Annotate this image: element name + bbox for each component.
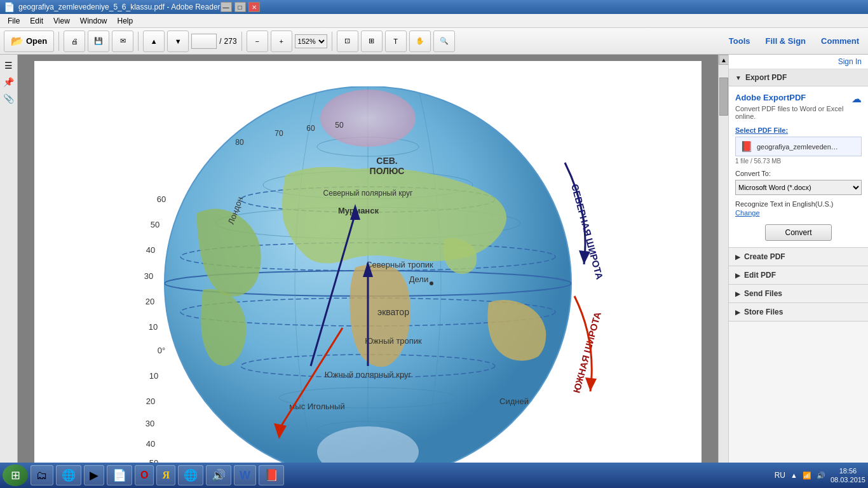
svg-text:10: 10 [149, 371, 158, 381]
menu-edit[interactable]: Edit [25, 15, 48, 27]
store-files-section[interactable]: ▶ Store Files [729, 303, 868, 322]
tools-button[interactable]: Tools [724, 34, 756, 48]
svg-marker-53 [585, 377, 597, 391]
save-button[interactable]: 💾 [88, 30, 109, 52]
start-button[interactable]: ⊞ [3, 464, 28, 486]
taskbar-doc1-icon: 📄 [112, 468, 126, 482]
scroll-thumb[interactable] [719, 78, 728, 116]
toolbar-separator-3 [241, 32, 242, 51]
close-button[interactable]: ✕ [248, 2, 260, 12]
attachment-icon[interactable]: 📎 [2, 92, 16, 105]
toolbar-separator-4 [332, 32, 332, 51]
arrow-up-icon: ▲ [790, 471, 797, 479]
bookmark-icon[interactable]: 📌 [2, 75, 16, 89]
svg-text:10: 10 [149, 322, 158, 332]
taskbar-ie[interactable]: 🌐 [56, 465, 81, 485]
zoom-in-button[interactable]: + [271, 30, 292, 52]
menu-view[interactable]: View [48, 15, 75, 27]
left-tools-panel: ☰ 📌 📎 [0, 55, 18, 477]
svg-text:Южный полярный круг: Южный полярный круг [325, 370, 412, 379]
fit-page-button[interactable]: ⊞ [361, 30, 383, 52]
svg-text:Сидней: Сидней [499, 396, 529, 406]
taskbar-opera-icon: O [140, 470, 148, 481]
fill-sign-button[interactable]: Fill & Sign [760, 34, 811, 48]
send-files-label: Send Files [744, 289, 782, 298]
menu-help[interactable]: Help [112, 15, 139, 27]
zoom-out-button[interactable]: − [247, 30, 268, 52]
scroll-track[interactable] [719, 65, 728, 466]
maximize-button[interactable]: □ [234, 2, 246, 12]
menu-file[interactable]: File [3, 15, 25, 27]
fit-width-button[interactable]: ⊡ [337, 30, 358, 52]
svg-text:экватор: экватор [377, 307, 409, 317]
taskbar-word[interactable]: W [234, 465, 256, 485]
comment-button[interactable]: Comment [816, 34, 864, 48]
taskbar-opera[interactable]: O [135, 465, 154, 485]
svg-text:30: 30 [146, 419, 154, 428]
taskbar: ⊞ 🗂 🌐 ▶ 📄 O Я 🌐 🔊 W 📕 RU ▲ 📶 🔊 18:56 08.… [0, 463, 868, 488]
create-pdf-section[interactable]: ▶ Create PDF [729, 248, 868, 266]
export-pdf-body: Adobe ExportPDF ☁ Convert PDF files to W… [729, 86, 868, 247]
recognize-text-label: Recognize Text in English(U.S.) [735, 200, 862, 208]
edit-pdf-section[interactable]: ▶ Edit PDF [729, 266, 868, 285]
taskbar-volume[interactable]: 🔊 [206, 465, 231, 485]
svg-text:60: 60 [157, 194, 166, 204]
open-button[interactable]: 📂 Open [4, 30, 54, 52]
titlebar-controls: — □ ✕ [220, 2, 260, 12]
sound-icon: 🔊 [817, 471, 825, 480]
text-select-button[interactable]: T [385, 30, 407, 52]
pdf-file-box[interactable]: 📕 geografiya_zemlevedeniye_5_... [735, 137, 862, 156]
create-pdf-arrow-icon: ▶ [735, 254, 740, 261]
export-description: Convert PDF files to Word or Excel onlin… [735, 105, 862, 120]
taskbar-yandex[interactable]: Я [156, 465, 175, 485]
page-number-input[interactable]: 141 [191, 34, 217, 49]
export-pdf-header-label: Export PDF [745, 73, 787, 82]
titlebar-icon: 📄 [4, 2, 15, 12]
sign-in-link[interactable]: Sign In [838, 57, 862, 66]
export-pdf-header[interactable]: ▼ Export PDF [729, 69, 868, 86]
convert-to-select[interactable]: Microsoft Word (*.docx) Microsoft Excel … [735, 180, 862, 195]
minimize-button[interactable]: — [220, 2, 232, 12]
taskbar-explorer[interactable]: 🗂 [31, 465, 53, 485]
vertical-scrollbar[interactable]: ▲ ▼ [718, 55, 728, 477]
change-link[interactable]: Change [735, 209, 862, 217]
convert-button[interactable]: Convert [765, 224, 831, 241]
svg-text:Северный полярный круг: Северный полярный круг [323, 189, 413, 198]
pdf-file-icon: 📕 [740, 140, 753, 152]
select-pdf-label: Select PDF File: [735, 126, 862, 134]
email-button[interactable]: ✉ [112, 30, 133, 52]
taskbar-volume-icon: 🔊 [212, 468, 226, 482]
menu-window[interactable]: Window [75, 15, 112, 27]
taskbar-media[interactable]: ▶ [84, 465, 104, 485]
svg-text:50: 50 [151, 220, 159, 229]
scroll-up-arrow[interactable]: ▲ [719, 55, 729, 65]
hand-tool-icon[interactable]: ☰ [2, 58, 16, 72]
pdf-content-area[interactable]: 60 50 40 30 20 10 0° 10 20 30 40 50 80 7… [18, 55, 718, 477]
svg-text:20: 20 [146, 396, 155, 406]
prev-page-button[interactable]: ▲ [143, 30, 165, 52]
svg-text:30: 30 [144, 271, 153, 281]
taskbar-acrobat[interactable]: 📕 [259, 465, 284, 485]
svg-point-13 [320, 90, 416, 147]
print-button[interactable]: 🖨 [64, 30, 85, 52]
toolbar-separator-2 [138, 32, 139, 51]
send-files-section[interactable]: ▶ Send Files [729, 285, 868, 303]
taskbar-explorer-icon: 🗂 [36, 469, 48, 482]
next-page-button[interactable]: ▼ [167, 30, 189, 52]
search-button[interactable]: 🔍 [433, 30, 455, 52]
hand-tool-button[interactable]: ✋ [409, 30, 431, 52]
svg-text:40: 40 [146, 245, 155, 255]
taskbar-doc1[interactable]: 📄 [107, 465, 132, 485]
store-files-label: Store Files [744, 308, 783, 316]
page-total: 273 [224, 37, 237, 46]
pdf-page: 60 50 40 30 20 10 0° 10 20 30 40 50 80 7… [34, 61, 702, 477]
svg-text:40: 40 [146, 439, 155, 449]
taskbar-chrome[interactable]: 🌐 [178, 465, 203, 485]
zoom-select[interactable]: 50%75%100%125%152%200% [295, 34, 327, 48]
toolbar: 📂 Open 🖨 💾 ✉ ▲ ▼ 141 / 273 − + 50%75%100… [0, 28, 868, 55]
export-pdf-title: Adobe ExportPDF [735, 93, 806, 102]
sign-in-bar[interactable]: Sign In [729, 55, 868, 69]
svg-text:Мурманск: Мурманск [338, 206, 379, 215]
expand-arrow-icon: ▼ [735, 74, 742, 81]
send-files-arrow-icon: ▶ [735, 290, 740, 297]
